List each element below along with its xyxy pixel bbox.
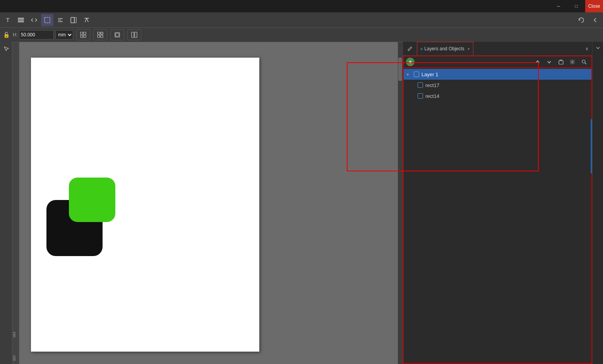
toolbar-row2: 🔓 H: mm cm px in	[0, 28, 603, 42]
panel-accent-bar	[591, 119, 592, 173]
unit-select[interactable]: mm cm px in	[55, 30, 73, 39]
canvas-page	[31, 58, 259, 352]
close-button[interactable]: Close	[585, 0, 603, 12]
height-label: H:	[13, 32, 17, 38]
svg-rect-13	[84, 32, 86, 34]
layer-label-rect14: rect14	[425, 93, 439, 99]
text-tool-button[interactable]: T	[2, 14, 14, 26]
tab-close-button[interactable]: ×	[468, 47, 470, 51]
lock-icon: 🔓	[2, 31, 11, 39]
tab-layers-icon: ≡	[420, 46, 423, 51]
svg-point-29	[572, 61, 573, 63]
panel-tabs-bar: ≡ Layers and Objects × ∨	[403, 42, 592, 56]
query-tool-button[interactable]	[67, 14, 80, 26]
add-layer-button[interactable]: +	[406, 58, 415, 66]
svg-line-31	[585, 63, 586, 64]
svg-rect-7	[71, 17, 74, 23]
wrench-tool-button[interactable]	[81, 14, 93, 26]
canvas-body: 0 50 100 150 • • •	[12, 42, 403, 364]
svg-rect-14	[81, 35, 83, 38]
right-panel: ≡ Layers and Objects × ∨ +	[403, 42, 592, 364]
svg-rect-16	[98, 32, 100, 34]
layer-settings-button[interactable]	[567, 57, 577, 67]
height-input[interactable]	[19, 30, 54, 39]
svg-rect-18	[98, 35, 100, 38]
svg-rect-23	[135, 32, 137, 38]
move-down-button[interactable]	[544, 57, 554, 67]
main-content: 0 25 50 75 100 125 150 175 200 225 250 2…	[0, 42, 603, 364]
collapse-panel-button[interactable]	[589, 14, 601, 26]
canvas-area: 0 25 50 75 100 125 150 175 200 225 250 2…	[12, 42, 403, 364]
svg-rect-25	[559, 61, 563, 64]
svg-rect-3	[45, 17, 50, 23]
canvas-scrollbar[interactable]	[398, 42, 403, 364]
layer-icon-rect14	[418, 93, 423, 99]
panel-toolbar: +	[403, 56, 592, 68]
svg-rect-1	[18, 19, 24, 21]
window-controls: ─ □ Close	[550, 0, 603, 12]
svg-line-10	[85, 18, 87, 22]
layer-label-layer1: Layer 1	[421, 72, 438, 77]
left-tool-1[interactable]	[1, 43, 12, 54]
stack-tool-button[interactable]	[15, 14, 27, 26]
right-edge-btn-1[interactable]	[593, 43, 603, 53]
delete-layer-button[interactable]	[556, 57, 566, 67]
align-tool-button[interactable]	[54, 14, 67, 26]
svg-rect-15	[84, 35, 86, 38]
snap-btn-4[interactable]	[127, 29, 141, 40]
tab-spacer	[473, 42, 581, 55]
rect17-shape[interactable]	[69, 178, 115, 222]
left-toolbar	[0, 42, 12, 364]
panel-tab-label: Layers and Objects	[424, 46, 464, 51]
layer-label-rect17: rect17	[425, 82, 439, 88]
svg-rect-0	[18, 18, 24, 19]
svg-point-30	[582, 60, 585, 63]
right-edge-toolbar	[592, 42, 603, 364]
layer-icon-rect17	[418, 82, 423, 88]
layer-item-layer1[interactable]: ▾ Layer 1	[404, 69, 591, 80]
snap-btn-3[interactable]	[110, 29, 124, 40]
layer-item-rect14[interactable]: rect14	[404, 91, 591, 101]
maximize-button[interactable]: □	[567, 0, 585, 12]
minimize-button[interactable]: ─	[550, 0, 567, 12]
title-bar: ─ □ Close	[0, 0, 603, 12]
snap-btn-1[interactable]	[76, 29, 90, 40]
layer-expand-layer1[interactable]: ▾	[407, 72, 411, 77]
svg-rect-19	[101, 35, 103, 38]
svg-rect-21	[116, 33, 119, 36]
drawing-area[interactable]: • • •	[19, 42, 398, 364]
panel-chevron[interactable]: ∨	[581, 42, 592, 55]
search-layer-button[interactable]	[579, 57, 589, 67]
layer-icon-layer1	[414, 72, 419, 77]
toolbar-row1: T	[0, 12, 603, 28]
layer-tree: ▾ Layer 1 rect17 rect14	[403, 68, 592, 364]
svg-rect-12	[81, 32, 83, 34]
undo-button[interactable]	[575, 14, 588, 26]
snap-btn-2[interactable]	[93, 29, 107, 40]
code-tool-button[interactable]	[28, 14, 40, 26]
panel-edit-icon[interactable]	[403, 42, 417, 55]
svg-line-11	[87, 18, 88, 22]
ruler-left: 0 50 100 150	[12, 42, 19, 364]
layers-panel-tab[interactable]: ≡ Layers and Objects ×	[417, 42, 473, 55]
scroll-thumb[interactable]	[398, 58, 402, 81]
svg-rect-22	[132, 32, 134, 38]
select-tool-button[interactable]	[41, 14, 53, 26]
layer-item-rect17[interactable]: rect17	[404, 80, 591, 91]
svg-rect-17	[101, 32, 103, 34]
svg-rect-2	[18, 21, 24, 22]
toolbar-area: T	[0, 12, 603, 42]
move-up-button[interactable]	[533, 57, 543, 67]
